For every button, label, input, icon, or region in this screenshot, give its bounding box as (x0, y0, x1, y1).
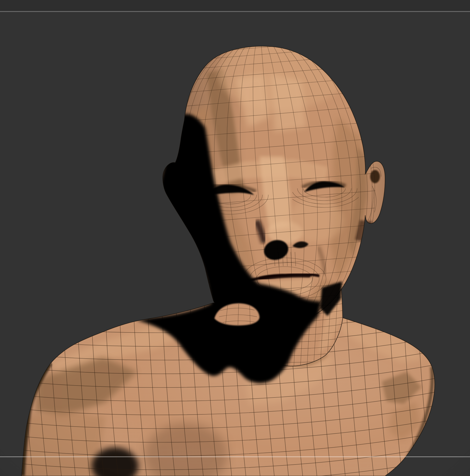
scene-svg (0, 0, 470, 476)
viewport-canvas[interactable] (0, 0, 470, 476)
vignette (0, 0, 470, 476)
